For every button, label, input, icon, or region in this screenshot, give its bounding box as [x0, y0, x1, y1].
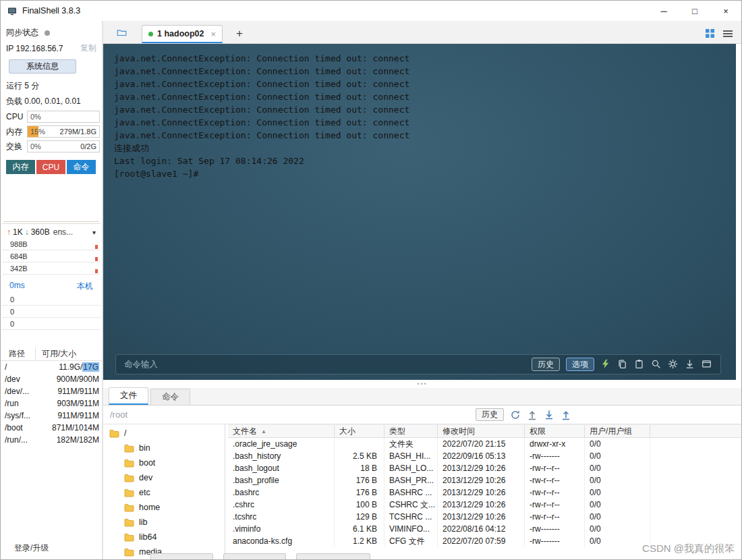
system-info-button[interactable]: 系统信息 [9, 59, 76, 74]
history-button[interactable]: 历史 [532, 358, 560, 371]
file-panel-tab-2[interactable]: 命令 [150, 389, 190, 405]
table-row[interactable]: .bash_profile176 BBASH_PR...2013/12/29 1… [228, 474, 741, 486]
refresh-icon[interactable] [510, 410, 521, 420]
file-panel-tabs: 文件命令 [103, 388, 741, 405]
memory-percent: 15% [30, 128, 45, 136]
terminal-line: java.net.ConnectException: Connection ti… [114, 78, 736, 90]
swap-label: 交换 [6, 141, 27, 152]
parent-directory-icon[interactable] [527, 410, 538, 420]
column-header-label: 权限 [530, 426, 546, 437]
swap-value: 0/2G [80, 142, 96, 150]
network-gridline: 342B [3, 262, 100, 275]
path-history-button[interactable]: 历史 [476, 408, 504, 421]
file-panel-tab-1[interactable]: 文件 [109, 387, 148, 405]
terminal-line: [root@slave1 ~]# [114, 167, 736, 180]
memory-label: 内存 [6, 126, 27, 138]
sidebar-graph-tab-1[interactable]: 内存 [6, 160, 35, 174]
tree-item-home[interactable]: home [103, 500, 225, 515]
close-button[interactable]: × [710, 1, 741, 21]
maximize-button[interactable]: □ [679, 1, 710, 21]
table-row[interactable]: .oracle_jre_usage文件夹2022/07/20 21:15drwx… [228, 438, 741, 450]
tree-item-etc[interactable]: etc [103, 485, 225, 500]
ip-label: IP 192.168.56.7 [6, 44, 63, 53]
cell-size: 2.5 KB [335, 450, 384, 462]
command-input[interactable]: 命令输入 [124, 359, 158, 370]
bottom-stub-tabs [150, 553, 370, 559]
disk-path: / [1, 362, 40, 372]
cell-type: BASH_PR... [384, 474, 438, 486]
download-icon[interactable] [685, 359, 695, 370]
ping-header: 0ms 本机 [1, 275, 102, 293]
options-button[interactable]: 选项 [566, 358, 594, 371]
search-icon[interactable] [651, 359, 662, 370]
new-tab-button[interactable]: + [232, 27, 247, 40]
disk-row: /boot871M/1014M [1, 422, 102, 434]
upload-file-icon[interactable] [561, 410, 571, 420]
column-header-6[interactable]: 用户/用户组 [585, 425, 650, 437]
lightning-icon[interactable] [600, 359, 611, 370]
finalshell-window: FinalShell 3.8.3 ─ □ × 同步状态 IP 192.168.5… [0, 0, 742, 560]
connection-manager-button[interactable] [113, 24, 131, 40]
copy-icon[interactable] [617, 359, 628, 370]
column-header-3[interactable]: 类型 [384, 425, 438, 437]
disk-capacity-highlight: 17G [82, 362, 99, 372]
ping-tick-label: 0 [10, 308, 14, 316]
bottom-stub-tab[interactable] [296, 553, 370, 559]
sidebar-graph-tab-2[interactable]: CPU [36, 160, 65, 174]
table-row[interactable]: .tcshrc129 BTCSHRC ...2013/12/29 10:26-r… [228, 511, 741, 523]
table-row[interactable]: .cshrc100 BCSHRC 文...2013/12/29 10:26-rw… [228, 499, 741, 511]
resize-dots-icon: ••• [417, 381, 427, 387]
connection-tab[interactable]: 1 hadoop02 × [142, 25, 223, 43]
tree-item-lib64[interactable]: lib64 [103, 530, 225, 544]
column-header-1[interactable]: 文件名▲ [228, 425, 335, 437]
cell-size: 176 B [335, 474, 384, 486]
cell-type: 文件夹 [384, 438, 438, 450]
close-tab-icon[interactable]: × [210, 29, 216, 39]
bottom-stub-tab[interactable] [223, 553, 286, 559]
tree-item-label: lib64 [139, 532, 156, 542]
cell-modified: 2022/07/20 07:59 [438, 535, 525, 547]
disk-row: /run903M/911M [1, 397, 102, 410]
cell-owner: 0/0 [585, 474, 650, 486]
minimize-button[interactable]: ─ [648, 1, 679, 21]
disk-capacity: 911M/911M [40, 411, 102, 420]
paste-icon[interactable] [634, 359, 645, 370]
layout-grid-icon[interactable] [705, 28, 715, 38]
login-upgrade-link[interactable]: 登录/升级 [14, 542, 49, 554]
table-row[interactable]: .viminfo6.1 KBVIMINFO...2022/08/16 04:12… [228, 523, 741, 535]
cell-name: .viminfo [228, 523, 335, 535]
cell-perm: -rw-r--r-- [525, 499, 585, 511]
tree-item-lib[interactable]: lib [103, 515, 225, 530]
tree-item-boot[interactable]: boot [103, 455, 225, 470]
cell-name: .bash_history [228, 450, 335, 462]
interface-dropdown-icon[interactable]: ▾ [92, 229, 96, 236]
disk-path: /dev/... [1, 387, 40, 396]
table-row[interactable]: .bashrc176 BBASHRC ...2013/12/29 10:26-r… [228, 486, 741, 499]
gear-icon[interactable] [668, 359, 679, 370]
tree-item-root[interactable]: / [103, 426, 225, 441]
column-header-4[interactable]: 修改时间 [438, 425, 525, 437]
new-window-icon[interactable] [702, 359, 712, 370]
copy-ip-button[interactable]: 复制 [80, 43, 96, 54]
disk-path: /boot [1, 423, 40, 432]
network-gridline: 684B [3, 250, 100, 262]
column-header-5[interactable]: 权限 [525, 425, 585, 437]
panel-resize-handle[interactable]: ••• [103, 380, 741, 388]
path-input[interactable]: /root [103, 410, 127, 420]
cell-modified: 2022/08/16 04:12 [438, 523, 525, 535]
tree-item-bin[interactable]: bin [103, 441, 225, 455]
table-row[interactable]: .bash_logout18 BBASH_LO...2013/12/29 10:… [228, 462, 741, 474]
tree-item-dev[interactable]: dev [103, 470, 225, 485]
disk-capacity-header: 可用/大小 [36, 348, 76, 360]
tree-item-label: / [124, 428, 126, 438]
column-header-2[interactable]: 大小 [335, 425, 384, 437]
table-row[interactable]: .bash_history2.5 KBBASH_HI...2022/09/16 … [228, 450, 741, 462]
swap-meter: 0% 0/2G [27, 140, 100, 152]
download-file-icon[interactable] [544, 410, 554, 420]
download-rate: 360B [31, 227, 50, 237]
bottom-stub-tab[interactable] [150, 553, 213, 559]
terminal[interactable]: java.net.ConnectException: Connection ti… [103, 44, 736, 380]
disk-capacity: 911M/911M [40, 387, 102, 396]
menu-icon[interactable] [722, 30, 733, 38]
sidebar-graph-tab-3[interactable]: 命令 [67, 160, 96, 174]
